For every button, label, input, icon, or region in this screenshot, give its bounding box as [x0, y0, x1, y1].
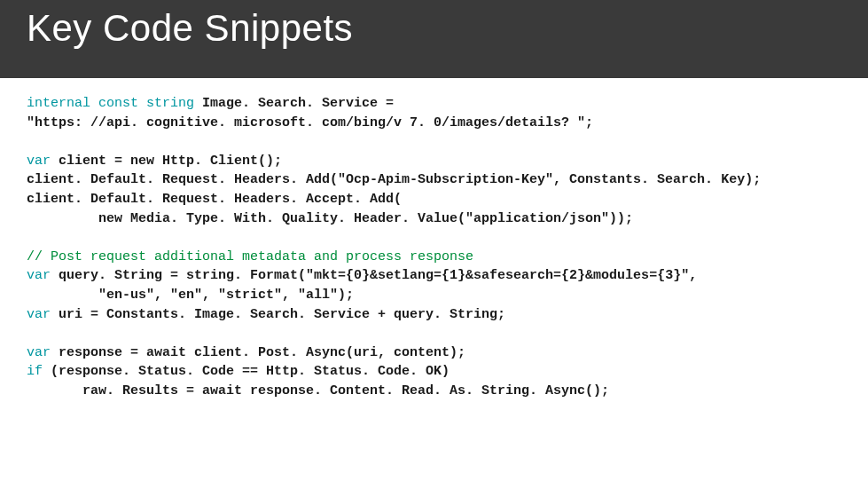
code-text: client. Default. Request. Headers. Accep…	[27, 192, 402, 207]
code-text: "https: //api. cognitive. microsoft. com…	[27, 115, 593, 130]
code-line-8: var query. String = string. Format("mkt=…	[27, 266, 841, 286]
slide-header: Key Code Snippets	[0, 0, 868, 78]
code-text: client. Default. Request. Headers. Add("…	[27, 172, 761, 187]
code-line-4: client. Default. Request. Headers. Add("…	[27, 170, 841, 190]
code-text: (response. Status. Code == Http. Status.…	[43, 364, 450, 379]
code-line-10: var uri = Constants. Image. Search. Serv…	[27, 305, 841, 325]
blank-line	[27, 325, 841, 343]
keyword-var: var	[27, 154, 51, 169]
keyword-internal-const-string: internal const string	[27, 96, 194, 111]
code-text: new Media. Type. With. Quality. Header. …	[27, 211, 633, 226]
slide-title: Key Code Snippets	[27, 7, 353, 50]
code-line-9: "en-us", "en", "strict", "all");	[27, 286, 841, 305]
code-text: raw. Results = await response. Content. …	[27, 383, 609, 398]
code-text: query. String = string. Format("mkt={0}&…	[51, 268, 697, 283]
blank-line	[27, 133, 841, 152]
code-line-11: var response = await client. Post. Async…	[27, 343, 841, 363]
code-line-2: "https: //api. cognitive. microsoft. com…	[27, 114, 841, 133]
code-text: response = await client. Post. Async(uri…	[51, 345, 465, 360]
code-line-13: raw. Results = await response. Content. …	[27, 382, 841, 401]
keyword-if: if	[27, 364, 43, 379]
keyword-var: var	[27, 268, 51, 283]
code-text: Image. Search. Service =	[194, 96, 394, 111]
code-line-12: if (response. Status. Code == Http. Stat…	[27, 362, 841, 382]
keyword-var: var	[27, 307, 51, 322]
code-text: client = new Http. Client();	[51, 154, 282, 169]
code-snippet: internal const string Image. Search. Ser…	[0, 78, 868, 401]
code-text: "en-us", "en", "strict", "all");	[27, 288, 354, 303]
blank-line	[27, 229, 841, 248]
code-line-1: internal const string Image. Search. Ser…	[27, 94, 841, 114]
comment-text: // Post request additional metadata and …	[27, 249, 473, 264]
code-text: uri = Constants. Image. Search. Service …	[51, 307, 505, 322]
code-line-3: var client = new Http. Client();	[27, 152, 841, 171]
keyword-var: var	[27, 345, 51, 360]
code-line-6: new Media. Type. With. Quality. Header. …	[27, 209, 841, 229]
code-line-7: // Post request additional metadata and …	[27, 248, 841, 267]
code-line-5: client. Default. Request. Headers. Accep…	[27, 190, 841, 209]
